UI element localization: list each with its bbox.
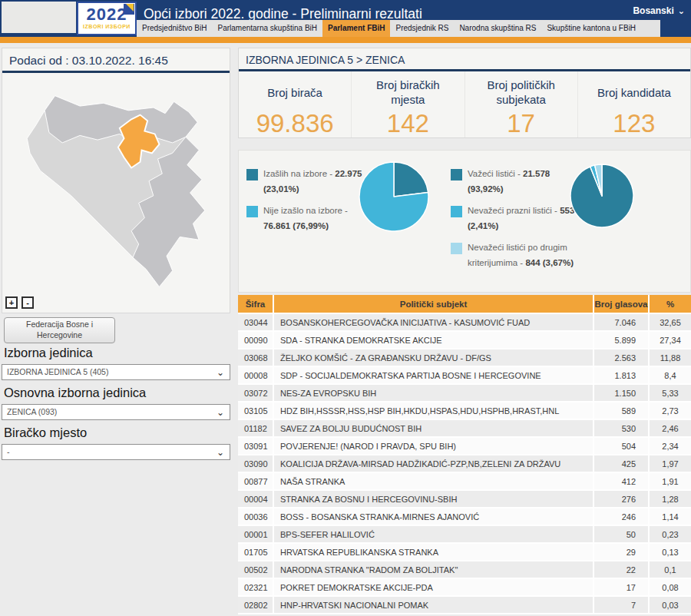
cell-pct: 2,73 <box>649 402 691 419</box>
cell-pct: 0,23 <box>649 525 691 543</box>
stat-value: 99.836 <box>239 109 351 138</box>
cell-pct: 0,13 <box>649 543 691 561</box>
filter-controls: Izborna jedinicaIZBORNA JEDINICA 5 (405)… <box>2 340 230 460</box>
zoom-in-button[interactable]: + <box>5 296 18 309</box>
cell-subject: SDA - STRANKA DEMOKRATSKE AKCIJE <box>273 331 593 349</box>
izborna-jedinica-select[interactable]: IZBORNA JEDINICA 5 (405)⌄ <box>2 364 230 380</box>
header-left-placeholder <box>2 2 76 33</box>
cell-votes: 1.813 <box>593 366 649 384</box>
stat-broj-politickih-subjekata: Broj političkih subjekata17 <box>465 71 577 137</box>
cell-votes: 7.046 <box>593 313 649 331</box>
cell-pct: 27,34 <box>649 331 691 349</box>
results-table: ŠifraPolitički subjektBroj glasova% 0304… <box>238 295 691 614</box>
results-summary-panel: IZBORNA JEDINICA 5 > ZENICA Broj birača9… <box>238 48 691 138</box>
biracko-mjesto-select[interactable]: -⌄ <box>2 444 230 460</box>
cell-pct: 1,28 <box>649 490 691 508</box>
cell-pct: 5,33 <box>649 384 691 402</box>
table-row: 03090KOALICIJA DRŽAVA-MIRSAD HADŽIKADIĆ-… <box>238 455 691 472</box>
tab-predsjednik-rs[interactable]: Predsjednik RS <box>390 20 454 37</box>
table-row: 01705HRVATSKA REPUBLIKANSKA STRANKA290,1… <box>238 543 691 561</box>
cell-votes: 530 <box>593 419 649 437</box>
legend-item: Važeći listići - 21.578 (93,92%) <box>451 166 577 197</box>
cell-code: 03091 <box>238 437 273 455</box>
table-body: 03044BOSANSKOHERCEGOVAČKA INICIJATIVA - … <box>238 313 691 614</box>
cell-subject: NAŠA STRANKA <box>273 472 593 490</box>
legend-swatch-icon <box>246 169 258 180</box>
tab-parlament-fbih[interactable]: Parlament FBiH <box>322 20 390 37</box>
cell-votes: 425 <box>593 455 649 472</box>
legend-item: Nevažeći listići po drugim kriterijumima… <box>451 240 577 270</box>
table-row: 00004STRANKA ZA BOSNU I HERCEGOVINU-SBIH… <box>238 490 691 508</box>
stat-value: 142 <box>352 109 464 138</box>
tab-skup-tine-kantona-u-fbih[interactable]: Skupštine kantona u FBiH <box>541 20 641 37</box>
language-selector[interactable]: Bosanski⌄ <box>633 5 685 16</box>
osnovna-izborna-jedinica-select[interactable]: ZENICA (093)⌄ <box>2 404 230 420</box>
cell-code: 03072 <box>238 384 273 402</box>
cell-pct: 1,14 <box>649 508 691 525</box>
tab-predsjedni-tvo-bih[interactable]: Predsjedništvo BiH <box>137 20 212 37</box>
turnout-legend: Izašlih na izbore - 22.975 (23,01%)Nije … <box>246 166 371 240</box>
legend-swatch-icon <box>246 206 258 217</box>
table-row: 00090SDA - STRANKA DEMOKRATSKE AKCIJE5.8… <box>238 331 691 349</box>
tab-parlamentarna-skup-tina-bih[interactable]: Parlamentarna skupština BiH <box>212 20 322 37</box>
logo-subtitle: IZBORI ИЗБОРИ <box>78 24 135 29</box>
chevron-down-icon: ⌄ <box>217 366 224 380</box>
chevron-down-icon: ⌄ <box>217 445 224 460</box>
breadcrumb: IZBORNA JEDINICA 5 > ZENICA <box>239 48 690 71</box>
app-header: 2022 IZBORI ИЗБОРИ Opći izbori 2022. god… <box>0 0 691 37</box>
cell-subject: POKRET DEMOKRATSKE AKCIJE-PDA <box>273 578 593 596</box>
cell-subject: BOSANSKOHERCEGOVAČKA INICIJATIVA - KASUM… <box>273 313 593 331</box>
biracko-mjesto-value: - <box>7 447 10 456</box>
cell-subject: HNP-HRVATSKI NACIONALNI POMAK <box>273 596 593 614</box>
table-row: 00001BPS-SEFER HALILOVIĆ500,23 <box>238 525 691 543</box>
cell-pct: 0,08 <box>649 578 691 596</box>
cell-pct: 8,4 <box>649 366 691 384</box>
cell-votes: 5.899 <box>593 331 649 349</box>
cell-code: 02802 <box>238 596 273 614</box>
cell-code: 00090 <box>238 331 273 349</box>
chevron-down-icon: ⌄ <box>217 406 224 420</box>
cell-pct: 2,34 <box>649 437 691 455</box>
stat-broj-birackih-mjesta: Broj biračkih mjesta142 <box>351 71 464 137</box>
cell-votes: 504 <box>593 437 649 455</box>
column-header-politi-ki-subjekt: Politički subjekt <box>273 295 593 313</box>
tab-narodna-skup-tina-rs[interactable]: Narodna skupština RS <box>454 20 541 37</box>
stat-label: Broj političkih subjekata <box>465 77 577 109</box>
cell-subject: HDZ BIH,HSSSR,HSS,HSP BIH,HKDU,HSPAS,HDU… <box>273 402 593 419</box>
cell-subject: BOSS - BOSANSKA STRANKA-MIRNES AJANOVIĆ <box>273 508 593 525</box>
zoom-out-button[interactable]: - <box>21 296 34 309</box>
table-row: 02321POKRET DEMOKRATSKE AKCIJE-PDA170,08 <box>238 578 691 596</box>
bih-map[interactable] <box>2 74 230 294</box>
elections-2022-logo: 2022 IZBORI ИЗБОРИ <box>77 2 137 35</box>
cell-code: 03105 <box>238 402 273 419</box>
stats-row: Broj birača99.836Broj biračkih mjesta142… <box>239 71 690 137</box>
stat-value: 123 <box>578 109 690 138</box>
cell-subject: STRANKA ZA BOSNU I HERCEGOVINU-SBIH <box>273 490 593 508</box>
cell-votes: 1.150 <box>593 384 649 402</box>
cell-pct: 1,97 <box>649 455 691 472</box>
cell-subject: ŽELJKO KOMŠIĆ - ZA GRAĐANSKU DRŽAVU - DF… <box>273 349 593 366</box>
stat-value: 17 <box>465 109 577 138</box>
cell-votes: 7 <box>593 596 649 614</box>
accent-bar <box>0 37 691 43</box>
legend-swatch-icon <box>451 169 462 180</box>
cell-code: 01182 <box>238 419 273 437</box>
ballots-legend: Važeći listići - 21.578 (93,92%)Nevažeći… <box>451 166 577 277</box>
column-header-: % <box>649 295 691 313</box>
legend-label: Izašlih na izbore - 22.975 (23,01%) <box>263 166 371 197</box>
table-row: 00502NARODNA STRANKA "RADOM ZA BOLJITAK"… <box>238 561 691 578</box>
cell-votes: 2.563 <box>593 349 649 366</box>
map-container <box>2 74 230 294</box>
legend-item: Izašlih na izbore - 22.975 (23,01%) <box>246 166 371 197</box>
chevron-down-icon: ⌄ <box>678 6 685 15</box>
cell-code: 03090 <box>238 455 273 472</box>
federation-region-button[interactable]: Federacija Bosne i Hercegovine <box>4 317 115 343</box>
cell-code: 01705 <box>238 543 273 561</box>
turnout-pie-chart <box>355 158 432 235</box>
cell-votes: 246 <box>593 508 649 525</box>
charts-panel: Izašlih na izbore - 22.975 (23,01%)Nije … <box>238 150 691 293</box>
legend-label: Važeći listići - 21.578 (93,92%) <box>468 166 577 197</box>
table-row: 00877NAŠA STRANKA4121,91 <box>238 472 691 490</box>
column-header-broj-glasova: Broj glasova <box>593 295 649 313</box>
legend-label: Nevažeći prazni listići - 553 (2,41%) <box>468 203 577 233</box>
